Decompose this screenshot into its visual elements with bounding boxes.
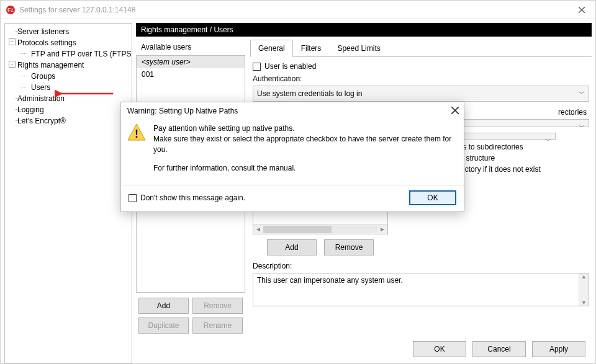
user-row[interactable]: <system user> (137, 56, 245, 68)
dialog-titlebar: Warning: Setting Up Native Paths (121, 102, 464, 120)
nav-tree: Server listeners −Protocols settings FTP… (4, 23, 132, 363)
tree-administration[interactable]: Administration (6, 93, 130, 104)
duplicate-user-button[interactable]: Duplicate (138, 317, 189, 334)
warning-icon: ! (127, 123, 146, 141)
scroll-left-icon[interactable]: ◄ (253, 226, 263, 233)
horizontal-scrollbar[interactable]: ◄ ► (253, 224, 387, 234)
remove-user-button[interactable]: Remove (192, 298, 243, 314)
scroll-up-icon[interactable]: ▲ (581, 273, 587, 280)
mount-buttons: Add Remove (253, 234, 388, 258)
dialog-footer: Don't show this message again. OK (121, 185, 464, 211)
tree-label: Let's Encrypt® (17, 117, 66, 125)
tree-label: Logging (17, 105, 44, 114)
mount-add-button[interactable]: Add (267, 239, 317, 255)
tree-label: FTP and FTP over TLS (FTPS) (31, 50, 132, 58)
dialog-buttons: OK Cancel Apply (136, 336, 592, 363)
dialog-line: Make sure they exist or select the appro… (153, 134, 455, 155)
cancel-button[interactable]: Cancel (472, 341, 526, 357)
available-users-label: Available users (136, 39, 245, 55)
dialog-title: Warning: Setting Up Native Paths (127, 107, 238, 115)
dialog-text: Pay attention while setting up native pa… (153, 123, 455, 174)
tree-ftp-ftps[interactable]: FTP and FTP over TLS (FTPS) (6, 48, 130, 60)
dont-show-label: Don't show this message again. (140, 193, 245, 202)
expander-icon[interactable]: − (9, 38, 16, 45)
description-label: Description: (253, 260, 589, 270)
section-header: Rights management / Users (136, 23, 592, 37)
user-enabled-label: User is enabled (264, 62, 316, 71)
description-text: This user can impersonate any system use… (257, 276, 403, 285)
tree-users[interactable]: Users (6, 82, 130, 93)
expander-icon[interactable]: − (9, 61, 16, 68)
dont-show-again-row[interactable]: Don't show this message again. (129, 193, 245, 202)
ok-button[interactable]: OK (413, 341, 466, 357)
scroll-right-icon[interactable]: ► (377, 226, 387, 233)
rename-user-button[interactable]: Rename (192, 317, 243, 334)
tab-filters[interactable]: Filters (293, 40, 330, 57)
add-user-button[interactable]: Add (138, 298, 189, 314)
tree-label: Groups (31, 72, 55, 81)
svg-text:Fz: Fz (7, 7, 14, 13)
dialog-line: For further information, consult the man… (153, 163, 455, 174)
tab-speed-limits[interactable]: Speed Limits (329, 40, 388, 57)
window-title: Settings for server 127.0.0.1:14148 (19, 6, 135, 14)
mount-remove-button[interactable]: Remove (324, 239, 374, 255)
vertical-scrollbar[interactable]: ▲▼ (579, 273, 589, 306)
users-buttons: Add Remove Duplicate Rename (136, 293, 245, 336)
user-row[interactable]: 001 (137, 68, 245, 81)
apply-button[interactable]: Apply (532, 341, 585, 357)
scroll-down-icon[interactable]: ▼ (581, 300, 587, 306)
tree-logging[interactable]: Logging (6, 104, 130, 115)
warning-dialog: Warning: Setting Up Native Paths ! Pay a… (120, 102, 464, 212)
scroll-track[interactable] (263, 226, 377, 233)
filezilla-icon: Fz (6, 5, 16, 15)
tree-lets-encrypt[interactable]: Let's Encrypt® (6, 115, 130, 127)
svg-text:!: ! (135, 128, 138, 140)
authentication-select[interactable]: Use system credentials to log in (253, 86, 589, 102)
tree-rights-management[interactable]: −Rights management (6, 60, 130, 71)
dialog-close-button[interactable] (451, 106, 459, 116)
checkbox-icon[interactable] (253, 63, 261, 71)
close-icon (451, 107, 459, 114)
user-enabled-row[interactable]: User is enabled (253, 62, 589, 71)
combo-value: Use system credentials to log in (257, 89, 362, 98)
tree-groups[interactable]: Groups (6, 71, 130, 82)
scroll-thumb[interactable] (263, 226, 332, 233)
tabs: General Filters Speed Limits (250, 39, 592, 57)
tab-general[interactable]: General (250, 40, 293, 57)
tree-label: Administration (17, 94, 65, 103)
tree-label: Server listeners (17, 27, 69, 36)
window-close-button[interactable] (567, 1, 595, 19)
tree-label: Rights management (17, 61, 84, 69)
dialog-body: ! Pay attention while setting up native … (121, 120, 464, 185)
tree-protocols-settings[interactable]: −Protocols settings (6, 37, 130, 48)
tree-label: Protocols settings (17, 38, 76, 47)
description-textarea[interactable]: This user can impersonate any system use… (253, 273, 589, 306)
dialog-ok-button[interactable]: OK (409, 190, 456, 205)
close-icon (579, 7, 585, 13)
checkbox-icon[interactable] (129, 194, 137, 202)
dialog-line: Pay attention while setting up native pa… (153, 123, 455, 134)
tree-label: Users (31, 83, 50, 92)
titlebar: Fz Settings for server 127.0.0.1:14148 (1, 1, 595, 19)
authentication-label: Authentication: (253, 73, 589, 83)
tree-server-listeners[interactable]: Server listeners (6, 26, 130, 37)
